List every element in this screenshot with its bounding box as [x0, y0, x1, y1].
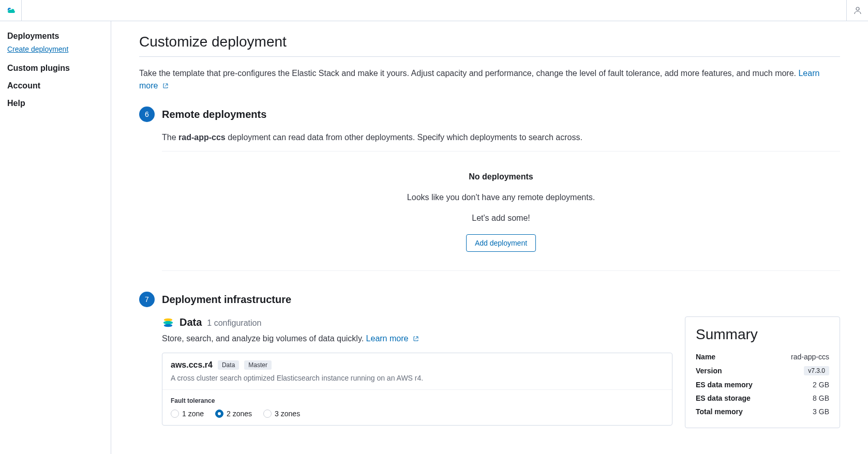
- step7-header: 7 Deployment infrastructure: [139, 292, 840, 307]
- data-title: Data: [179, 316, 202, 328]
- svg-point-0: [856, 7, 859, 10]
- instance-body: Fault tolerance 1 zone 2 zones: [162, 390, 672, 425]
- step6-desc-suffix: deployment can read data from other depl…: [226, 133, 582, 142]
- step6-desc-prefix: The: [162, 133, 178, 142]
- summary-label: ES data storage: [696, 394, 751, 402]
- external-link-icon: [413, 336, 419, 342]
- data-header: Data 1 configuration: [162, 316, 672, 329]
- sidebar-help[interactable]: Help: [7, 99, 103, 108]
- step7-badge: 7: [139, 292, 155, 307]
- zone-label: 1 zone: [182, 410, 204, 418]
- empty-line2: Let's add some!: [162, 214, 840, 223]
- svg-point-2: [163, 321, 173, 324]
- summary-label: ES data memory: [696, 381, 753, 389]
- zone-label: 2 zones: [227, 410, 252, 418]
- zone-option-2[interactable]: 2 zones: [215, 410, 252, 418]
- page-desc-text: Take the template that pre-configures th…: [139, 69, 798, 78]
- topbar-right: [846, 0, 862, 21]
- step6-divider: [162, 151, 840, 152]
- data-desc: Store, search, and analyze big volumes o…: [162, 334, 672, 343]
- empty-state: No deployments Looks like you don't have…: [162, 172, 840, 270]
- add-deployment-button[interactable]: Add deployment: [466, 234, 536, 252]
- page-description: Take the template that pre-configures th…: [139, 67, 840, 92]
- logo[interactable]: [6, 0, 22, 21]
- empty-title: No deployments: [162, 172, 840, 181]
- instance-header: aws.ccs.r4 Data Master A cross cluster s…: [162, 353, 672, 390]
- step6-bottom-divider: [162, 270, 840, 271]
- summary-value: 3 GB: [813, 407, 829, 416]
- step6-body: The rad-app-ccs deployment can read data…: [162, 131, 840, 271]
- summary-row-total-memory: Total memory 3 GB: [696, 405, 829, 418]
- summary-value: 2 GB: [813, 381, 829, 389]
- external-link-icon: [162, 83, 169, 89]
- instance-title-row: aws.ccs.r4 Data Master: [171, 360, 664, 370]
- summary-sidebar: Summary Name rad-app-ccs Version v7.3.0 …: [685, 316, 840, 428]
- step6-desc: The rad-app-ccs deployment can read data…: [162, 131, 840, 144]
- sidebar-account[interactable]: Account: [7, 81, 103, 90]
- badge-data: Data: [218, 360, 239, 370]
- summary-card: Summary Name rad-app-ccs Version v7.3.0 …: [685, 316, 840, 428]
- version-badge: v7.3.0: [804, 366, 829, 375]
- zone-option-3[interactable]: 3 zones: [263, 410, 300, 418]
- title-divider: [139, 56, 840, 57]
- user-icon: [854, 6, 862, 14]
- data-learn-more-link[interactable]: Learn more: [366, 334, 419, 343]
- empty-line1: Looks like you don't have any remote dep…: [162, 193, 840, 202]
- user-menu[interactable]: [846, 0, 862, 21]
- zone-label: 3 zones: [275, 410, 300, 418]
- zone-option-1[interactable]: 1 zone: [171, 410, 204, 418]
- summary-row-es-storage: ES data storage 8 GB: [696, 391, 829, 405]
- badge-master: Master: [244, 360, 272, 370]
- step6-header: 6 Remote deployments: [139, 107, 840, 122]
- summary-label: Total memory: [696, 407, 743, 416]
- radio-icon: [263, 410, 272, 418]
- sidebar-deployments[interactable]: Deployments: [7, 32, 103, 41]
- summary-row-name: Name rad-app-ccs: [696, 350, 829, 364]
- sidebar-custom-plugins[interactable]: Custom plugins: [7, 64, 103, 73]
- step6-title: Remote deployments: [162, 109, 266, 120]
- summary-title: Summary: [696, 326, 829, 343]
- fault-tolerance-label: Fault tolerance: [171, 397, 664, 404]
- instance-desc: A cross cluster search optimized Elastic…: [171, 374, 664, 382]
- step7-body: Data 1 configuration Store, search, and …: [162, 316, 840, 428]
- layout: Deployments Create deployment Custom plu…: [0, 21, 868, 454]
- instance-panel: aws.ccs.r4 Data Master A cross cluster s…: [162, 353, 672, 426]
- zones-radio-group: 1 zone 2 zones 3 zones: [171, 410, 664, 418]
- instance-name: aws.ccs.r4: [171, 360, 213, 370]
- step7-title: Deployment infrastructure: [162, 294, 291, 306]
- elasticsearch-icon: [162, 316, 174, 329]
- summary-row-es-memory: ES data memory 2 GB: [696, 378, 829, 391]
- infra-main: Data 1 configuration Store, search, and …: [162, 316, 672, 426]
- data-learn-more-text: Learn more: [366, 334, 409, 343]
- summary-value: rad-app-ccs: [791, 353, 829, 361]
- summary-value: 8 GB: [813, 394, 829, 402]
- sidebar: Deployments Create deployment Custom plu…: [0, 21, 111, 454]
- svg-point-1: [164, 319, 173, 322]
- topbar-left: [6, 0, 22, 21]
- radio-icon: [171, 410, 179, 418]
- topbar: [0, 0, 868, 21]
- sidebar-create-deployment[interactable]: Create deployment: [7, 45, 103, 53]
- main-content: Customize deployment Take the template t…: [111, 21, 868, 454]
- data-config-count: 1 configuration: [207, 319, 261, 328]
- elastic-cloud-logo-icon: [6, 5, 15, 16]
- summary-label: Version: [696, 367, 722, 375]
- svg-point-3: [164, 324, 173, 327]
- infra-row: Data 1 configuration Store, search, and …: [162, 316, 840, 428]
- data-desc-text: Store, search, and analyze big volumes o…: [162, 334, 366, 343]
- radio-icon: [215, 410, 223, 418]
- summary-row-version: Version v7.3.0: [696, 364, 829, 378]
- step6-deployment-name: rad-app-ccs: [178, 133, 226, 142]
- summary-label: Name: [696, 353, 715, 361]
- step6-badge: 6: [139, 107, 155, 122]
- page-title: Customize deployment: [139, 34, 840, 50]
